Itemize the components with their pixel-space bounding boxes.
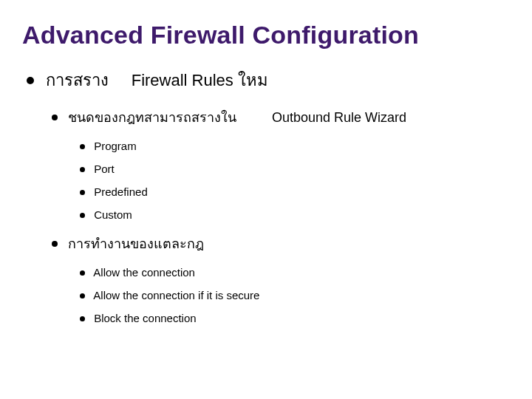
list-item: Predefined [80,185,510,198]
text-segment: Custom [94,208,132,221]
text-segment: Predefined [94,185,148,198]
bullet-list-level1: การสราง Firewall Rules ใหม ชนดของกฎทสามา… [22,67,510,324]
list-item: Allow the connection if it is secure [80,289,510,301]
slide: Advanced Firewall Configuration การสราง … [0,0,532,324]
text-segment: Firewall Rules ใหม [132,71,268,89]
text-segment: ชนดของกฎทสามารถสรางใน [68,110,236,125]
bullet-list-level2: ชนดของกฎทสามารถสรางใน Outbound Rule Wiza… [52,106,510,324]
text-left: ชนดของกฎทสามารถสรางใน [52,106,236,128]
slide-title: Advanced Firewall Configuration [22,21,510,50]
bullet-icon [52,241,58,247]
list-item: Block the connection [80,312,510,324]
bullet-icon [80,190,85,195]
text-segment: Allow the connection if it is secure [93,289,259,301]
text-segment: Port [94,163,115,175]
bullet-list-level3: Allow the connection Allow the connectio… [80,266,510,324]
list-item: Port [80,163,510,175]
bullet-icon [52,115,58,120]
bullet-icon [80,293,85,299]
bullet-icon [27,77,34,84]
row: ชนดของกฎทสามารถสรางใน Outbound Rule Wiza… [52,106,510,128]
text-segment: การสราง [46,71,109,89]
bullet-icon [80,316,85,321]
bullet-icon [80,213,85,218]
list-item: ชนดของกฎทสามารถสรางใน Outbound Rule Wiza… [52,106,510,221]
list-item: การทำงานของแตละกฎ Allow the connection A… [52,233,510,324]
text-segment: การทำงานของแตละกฎ [68,236,204,251]
list-item: Allow the connection [80,266,510,279]
text-right: Outbound Rule Wizard [272,110,406,126]
bullet-icon [80,144,85,149]
list-item: Program [80,140,510,152]
text-segment: Allow the connection [93,266,195,279]
list-item: การสราง Firewall Rules ใหม ชนดของกฎทสามา… [27,67,510,324]
bullet-icon [80,270,85,276]
bullet-icon [80,167,85,172]
text-segment: Block the connection [94,312,196,324]
text-segment: Program [94,140,137,152]
bullet-list-level3: Program Port Predefined Custom [80,140,510,221]
list-item: Custom [80,208,510,221]
